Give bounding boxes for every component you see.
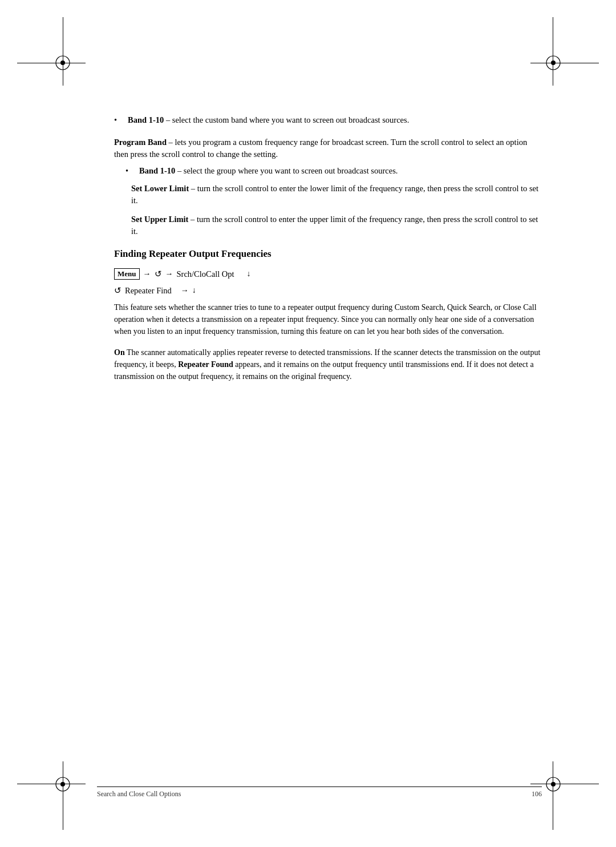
main-content: • Band 1-10 – select the custom band whe… [114, 114, 542, 761]
bullet-item-2: • Band 1-10 – select the group where you… [125, 165, 542, 177]
h-line-bottom-right [530, 784, 599, 784]
v-line-bottom-left [63, 761, 63, 830]
repeater-found-text: Repeater Found [178, 360, 233, 369]
set-lower-limit-desc: – turn the scroll control to enter the l… [131, 184, 538, 205]
term-band-1-10-second: Band 1-10 [139, 166, 175, 175]
footer-bar: Search and Close Call Options 106 [97, 790, 542, 798]
set-upper-limit-desc: – turn the scroll control to enter the u… [131, 215, 538, 236]
bullet-section-1: • Band 1-10 – select the custom band whe… [114, 114, 542, 126]
description-paragraph-1: This feature sets whether the scanner tr… [114, 301, 542, 337]
srch-clocall-opt-text: Srch/CloCall Opt [177, 269, 234, 279]
term-band-1-10-first: Band 1-10 [128, 115, 164, 124]
footer-line [97, 786, 542, 787]
bullet-text-2: Band 1-10 – select the group where you w… [139, 165, 542, 177]
refresh-icon-2: ↺ [114, 285, 121, 296]
v-line-top-left [63, 17, 63, 86]
set-lower-limit-term: Set Lower Limit [131, 184, 189, 193]
program-band-section: Program Band – lets you program a custom… [114, 136, 542, 237]
page: • Band 1-10 – select the custom band whe… [0, 0, 616, 847]
down-arrow-1: ↓ [247, 269, 251, 279]
description-1-text: This feature sets whether the scanner tr… [114, 303, 537, 336]
arrow-right-1: → [143, 269, 151, 279]
set-upper-limit-term: Set Upper Limit [131, 215, 188, 224]
description-paragraph-2: On The scanner automatically applies rep… [114, 346, 542, 382]
reg-mark-bottom-right [542, 773, 565, 796]
refresh-icon-1: ↺ [155, 269, 162, 279]
h-line-top-left [17, 63, 86, 63]
bullet-dot-1: • [114, 114, 125, 126]
bullet-1-description: – select the custom band where you want … [166, 115, 409, 124]
bullet-2-description: – select the group where you want to scr… [177, 166, 398, 175]
bullet-text-1: Band 1-10 – select the custom band where… [128, 114, 542, 126]
down-arrow-2: ↓ [192, 286, 196, 295]
program-band-para: Program Band – lets you program a custom… [114, 136, 542, 160]
footer-label-text: Search and Close Call Options [97, 790, 181, 798]
set-upper-limit-para: Set Upper Limit – turn the scroll contro… [131, 213, 542, 237]
set-upper-limit-section: Set Upper Limit – turn the scroll contro… [131, 213, 542, 237]
menu-box-label: Menu [114, 268, 140, 280]
bullet-dot-2: • [125, 165, 137, 177]
arrow-right-3: → [181, 286, 189, 295]
menu-nav-line-1: Menu → ↺ → Srch/CloCall Opt ↓ [114, 268, 542, 280]
program-band-desc: – lets you program a custom frequency ra… [114, 138, 527, 159]
bullet-item-1: • Band 1-10 – select the custom band whe… [114, 114, 542, 126]
v-line-bottom-right [553, 761, 553, 830]
v-line-top-right [553, 17, 553, 86]
footer-page-number: 106 [532, 790, 542, 798]
repeater-find-text: Repeater Find [125, 286, 172, 296]
set-lower-limit-section: Set Lower Limit – turn the scroll contro… [131, 183, 542, 207]
on-bold-text: On [114, 348, 125, 357]
svg-point-7 [551, 782, 556, 786]
h-line-bottom-left [17, 784, 86, 784]
section-heading-finding-repeater: Finding Repeater Output Frequencies [114, 248, 542, 260]
h-line-top-right [530, 63, 599, 63]
menu-nav-line-2: ↺ Repeater Find → ↓ [114, 285, 542, 296]
program-band-term: Program Band [114, 138, 167, 147]
set-lower-limit-para: Set Lower Limit – turn the scroll contro… [131, 183, 542, 207]
arrow-right-2: → [165, 269, 173, 279]
